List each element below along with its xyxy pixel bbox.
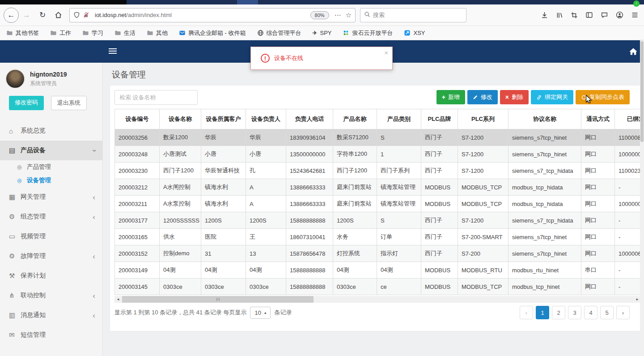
downloads-icon[interactable] bbox=[541, 11, 548, 19]
chevron-down-icon: ‹ bbox=[90, 149, 98, 152]
sidebar-collapse-icon[interactable] bbox=[109, 48, 117, 55]
bind-gateway-button[interactable]: 绑定网关 bbox=[531, 90, 573, 104]
column-header[interactable]: 设备名称 bbox=[160, 109, 201, 129]
circle-dot-icon: ◎ bbox=[17, 177, 27, 184]
column-header[interactable]: 设备所属客户 bbox=[201, 109, 246, 129]
back-button[interactable]: ← bbox=[4, 8, 19, 23]
sidebar-item-sms-mgmt[interactable]: ✉短信管理 bbox=[0, 325, 102, 345]
page-prev[interactable]: ‹ bbox=[520, 306, 533, 319]
table-cell: 西门子 bbox=[421, 163, 458, 179]
sidebar-item-message-notify[interactable]: ▥消息通知‹ bbox=[0, 305, 102, 325]
table-row[interactable]: 2000031450303ce0303ce0303ce1588888888803… bbox=[115, 279, 641, 295]
page-actions-icon[interactable]: ⋯ bbox=[335, 11, 341, 19]
bookmark-xsy[interactable]: XSY bbox=[404, 30, 425, 36]
scroll-left-icon[interactable]: ◂ bbox=[114, 296, 122, 303]
sidebar-item-overview[interactable]: ⌂系统总览 bbox=[0, 121, 102, 141]
reload-button[interactable]: ↻ bbox=[37, 10, 48, 20]
column-header[interactable]: 产品类别 bbox=[377, 109, 421, 129]
bookmark-work[interactable]: 工作 bbox=[50, 29, 71, 37]
page-3[interactable]: 3 bbox=[568, 306, 581, 319]
column-header[interactable]: PLC系列 bbox=[458, 109, 508, 129]
browser-home-button[interactable] bbox=[52, 11, 64, 19]
sidebar-item-gateway-mgmt[interactable]: ▦网关管理‹ bbox=[0, 187, 102, 207]
table-cell: MODBUS_RTU bbox=[458, 262, 508, 279]
column-header[interactable]: PLC品牌 bbox=[421, 109, 458, 129]
edit-button[interactable]: 修改 bbox=[467, 90, 498, 104]
change-password-button[interactable]: 修改密码 bbox=[9, 96, 44, 110]
table-row[interactable]: 200003248小唐测试小唐小唐13500000000字符串12001西门子S… bbox=[115, 146, 641, 163]
sidebar-item-linkage-control[interactable]: ⋔联动控制‹ bbox=[0, 286, 102, 305]
table-cell: 13886663333 bbox=[286, 196, 333, 212]
page-size-dropdown[interactable]: 10 ▴ bbox=[250, 307, 271, 319]
table-row[interactable]: 2000031771200SSSSSS1200S1200S15888888888… bbox=[115, 212, 641, 229]
bookmark-other-bookmarks[interactable]: 其他书签 bbox=[6, 29, 39, 37]
app-home-icon[interactable] bbox=[629, 47, 638, 58]
table-row[interactable]: 200003212A水闸控制镇海水利A13886663333庭来门前泵站镇海泵站… bbox=[115, 179, 641, 196]
url-bar[interactable]: iot.idosp.net /admin/index.html 80% ⋯ ☆ bbox=[69, 8, 356, 22]
page-4[interactable]: 4 bbox=[584, 306, 597, 319]
delete-button[interactable]: × 删除 bbox=[500, 90, 529, 104]
avatar[interactable] bbox=[5, 69, 25, 89]
toast-close-icon[interactable]: × bbox=[384, 49, 388, 56]
bookmark-misc[interactable]: 其他 bbox=[147, 29, 168, 37]
bookmark-star-icon[interactable]: ☆ bbox=[346, 11, 352, 19]
vertical-scrollbar-thumb[interactable] bbox=[640, 41, 644, 142]
table-cell: 1100008 bbox=[615, 129, 641, 146]
bookmark-spy[interactable]: ✈SPY bbox=[313, 30, 332, 36]
sidebar-toggle-icon[interactable] bbox=[585, 11, 593, 19]
bookmark-study[interactable]: 学习 bbox=[82, 29, 103, 37]
column-header[interactable]: 协议名称 bbox=[508, 109, 581, 129]
menu-icon[interactable] bbox=[631, 11, 639, 19]
add-button[interactable]: + 新增 bbox=[436, 90, 465, 104]
logout-button[interactable]: 退出系统 bbox=[51, 96, 87, 110]
insecure-lock-icon[interactable] bbox=[83, 12, 89, 18]
sidebar-item-maintenance-plan[interactable]: ⚒保养计划 bbox=[0, 266, 102, 286]
vertical-scrollbar[interactable] bbox=[640, 40, 644, 356]
browser-search-input[interactable] bbox=[373, 12, 453, 18]
table-cell: A水闸控制 bbox=[160, 179, 201, 196]
sidebar-item-product-device[interactable]: ▤产品设备‹ bbox=[0, 141, 102, 160]
page-5[interactable]: 5 bbox=[600, 306, 614, 319]
sidebar-item-product-mgmt[interactable]: ◎产品管理 bbox=[0, 160, 102, 174]
shield-icon[interactable] bbox=[73, 12, 80, 18]
table-cell: 200003152 bbox=[115, 245, 160, 262]
table-row[interactable]: 20000314904测04测04测1588888888804测04测MODBU… bbox=[115, 262, 641, 279]
library-icon[interactable] bbox=[556, 12, 563, 19]
page-1[interactable]: 1 bbox=[536, 306, 549, 319]
bookmark-label: 工作 bbox=[59, 29, 71, 37]
page-next[interactable]: › bbox=[616, 306, 630, 319]
column-header[interactable]: 设备负责人 bbox=[246, 109, 286, 129]
browser-search[interactable] bbox=[360, 8, 466, 22]
column-header[interactable]: 负责人电话 bbox=[286, 109, 333, 129]
account-icon[interactable] bbox=[616, 11, 623, 19]
bookmark-tencent-mail[interactable]: 腾讯企业邮箱 - 收件箱 bbox=[179, 29, 246, 37]
table-cell: modbus_tcp_hinet bbox=[508, 279, 581, 295]
column-header[interactable]: 通讯方式 bbox=[581, 109, 615, 129]
browser-tab[interactable] bbox=[237, 0, 258, 4]
table-row[interactable]: 200003256数采1200华辰华辰18390936104数采S71200S西… bbox=[115, 129, 641, 146]
zoom-badge[interactable]: 80% bbox=[310, 11, 329, 19]
sidebar-item-label: 组态管理 bbox=[21, 213, 46, 221]
bookmark-ys7-open-platform[interactable]: 萤石云开放平台 bbox=[343, 29, 393, 37]
sidebar-item-video-mgmt[interactable]: ▭视频管理 bbox=[0, 227, 102, 246]
column-header[interactable]: 已绑定网关 bbox=[615, 109, 641, 129]
device-search-input[interactable] bbox=[114, 90, 198, 105]
scrollbar-thumb[interactable] bbox=[122, 296, 314, 303]
page-2[interactable]: 2 bbox=[552, 306, 565, 319]
column-header[interactable]: 产品名称 bbox=[333, 109, 377, 129]
browser-update-icon[interactable]: ↑ bbox=[633, 0, 640, 7]
sidebar-item-fault-mgmt[interactable]: ⚙故障管理‹ bbox=[0, 246, 102, 266]
table-row[interactable]: 200003211A水泵控制镇海水利A13886663333庭来门前泵站镇海泵站… bbox=[115, 196, 641, 212]
sidebar-item-scada-mgmt[interactable]: ⚙组态管理‹ bbox=[0, 207, 102, 227]
messages-icon[interactable] bbox=[601, 11, 608, 19]
table-row[interactable]: 200003152控制demo311315878656478灯控系统指示灯西门子… bbox=[115, 245, 641, 262]
table-row[interactable]: 200003230西门子1200华辰智通科技孔15243642681西门子120… bbox=[115, 163, 641, 179]
sidebar-item-device-mgmt[interactable]: ◎设备管理 bbox=[0, 174, 102, 187]
bookmark-life[interactable]: 生活 bbox=[114, 29, 136, 37]
screenshot-crop-icon[interactable] bbox=[571, 12, 578, 19]
column-header[interactable]: 设备编号 bbox=[115, 109, 160, 129]
table-row[interactable]: 200003165供水医院王18607310041水务订单西门子S7-200-S… bbox=[115, 229, 641, 245]
bookmark-mgmt-platform[interactable]: 综合管理平台 bbox=[257, 29, 301, 37]
horizontal-scrollbar[interactable]: ◂ ▸ bbox=[114, 296, 641, 303]
forward-button[interactable]: → bbox=[21, 11, 32, 20]
